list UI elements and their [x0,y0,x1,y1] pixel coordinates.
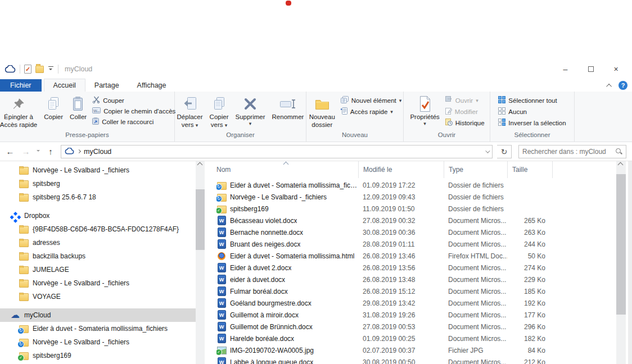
tree-item[interactable]: Dropbox [0,209,196,222]
easy-access-button[interactable]: Accès rapide ▾ [339,107,403,116]
copy-path-button[interactable]: W Copier le chemin d'accès [91,107,177,115]
file-modified: 01.09.2019 17:22 [358,181,444,189]
folder-sync-icon [19,338,29,347]
paste-shortcut-button[interactable]: Coller le raccourci [91,117,177,126]
close-icon[interactable]: × [603,61,629,78]
cut-button[interactable]: Couper [91,95,177,105]
tree-item-label: Eider à duvet - Somateria mollissima_fic… [33,325,168,333]
maximize-icon[interactable] [578,61,603,78]
tree-item[interactable]: adresses [0,236,196,249]
tab-accueil[interactable]: Accueil [44,79,85,92]
scroll-up-icon[interactable] [618,162,624,168]
paste-button[interactable]: Coller [67,93,89,121]
move-to-button[interactable]: Déplacer vers ▾ [174,93,206,129]
file-row[interactable]: Eider à duvet - Somateria mollissima_fic… [205,179,616,191]
address-bar[interactable]: myCloud [61,145,493,158]
rename-button[interactable]: Renommer [269,93,307,121]
file-row[interactable]: Harelde boréale.docx 01.09.2019 00:25 Do… [205,333,616,344]
pin-to-quick-access-button[interactable]: Épingler à Accès rapide [0,93,40,129]
collapse-ribbon-icon[interactable] [606,83,612,89]
word-document-icon [216,275,227,284]
ribbon-group-select: Sélectionner tout Aucun Inverser la séle… [490,92,575,142]
dropbox-icon [10,211,20,221]
scrollbar-thumb[interactable] [616,174,626,315]
file-row[interactable]: Bruant des neiges.docx 28.08.2019 01:11 … [205,238,616,250]
file-rows: Eider à duvet - Somateria mollissima_fic… [205,179,616,364]
tree-item[interactable]: spitsberg169 [0,349,196,362]
dropdown-arrow-icon: ▾ [476,98,478,103]
folder-icon [19,193,29,202]
column-header-size[interactable]: Taille [507,161,552,178]
tree-item[interactable]: Eider à duvet - Somateria mollissima_fic… [0,322,196,335]
sidebar-scrollbar[interactable] [196,161,205,364]
search-box[interactable] [518,145,626,158]
search-input[interactable] [522,148,615,156]
select-all-button[interactable]: Sélectionner tout [496,95,567,105]
tree-item[interactable]: VOYAGE [0,290,196,303]
folder-sync-icon [216,192,227,202]
copy-to-button[interactable]: Copier vers ▾ [207,93,232,129]
new-folder-quick-icon[interactable] [35,63,44,75]
file-modified: 12.09.2019 09:43 [358,193,444,201]
file-row[interactable]: Guillemot de Brünnich.docx 27.08.2019 00… [205,321,616,333]
select-none-button[interactable]: Aucun [496,107,567,116]
search-icon[interactable] [615,148,622,155]
invert-selection-button[interactable]: Inverser la sélection [496,118,567,128]
new-item-button[interactable]: Nouvel élément ▾ [339,95,403,105]
help-icon[interactable]: ? [619,81,628,90]
tree-item[interactable]: myCloud [0,308,196,322]
file-row[interactable]: Labbe à longue queue.docx 30.08.2019 00:… [205,356,616,364]
file-modified: 30.08.2019 00:36 [358,229,444,236]
breadcrumb-chevron-icon[interactable] [77,149,81,153]
group-label-clipboard: Presse-papiers [0,131,174,142]
invert-selection-icon [498,119,505,127]
refresh-icon[interactable]: ↻ [497,145,512,158]
tree-item[interactable]: backzilla backups [0,249,196,263]
file-row[interactable]: Bécasseau violet.docx 27.08.2019 00:32 D… [205,215,616,226]
tab-partage[interactable]: Partage [85,79,128,92]
history-button[interactable]: Historique [444,118,486,128]
file-row[interactable]: eider à duvet.docx 26.08.2019 13:48 Docu… [205,274,616,285]
breadcrumb-mycloud[interactable]: myCloud [84,148,111,156]
file-row[interactable]: IMG-20190702-WA0005.jpg 02.07.2019 00:37… [205,344,616,356]
customize-toolbar-dropdown-icon[interactable] [48,66,54,72]
tree-item[interactable]: JUMELAGE [0,263,196,276]
file-row[interactable]: Eider à duvet - Somateria mollissima.htm… [205,250,616,262]
file-row[interactable]: spitsberg169 11.09.2019 01:50 Dossier de… [205,203,616,215]
file-list-scrollbar[interactable] [616,161,626,364]
tree-item[interactable]: Norvège - Le Svalbard -_fichiers [0,163,196,177]
properties-button[interactable]: Propriétés ▾ [407,93,442,126]
file-row[interactable]: Bernache nonnette.docx 30.08.2019 00:36 … [205,226,616,238]
tree-item[interactable]: Norvège - Le Svalbard -_fichiers [0,335,196,349]
tab-affichage[interactable]: Affichage [128,79,175,92]
scroll-up-icon[interactable] [197,162,203,168]
file-name: Bruant des neiges.docx [230,240,300,248]
word-document-icon [216,310,227,320]
scrollbar-thumb[interactable] [196,189,205,250]
file-row[interactable]: Goéland bourgmestre.docx 29.08.2019 13:4… [205,297,616,309]
recent-locations-dropdown-icon[interactable] [36,149,40,154]
history-clock-icon [445,119,453,127]
column-header-modified[interactable]: Modifié le [358,161,444,178]
file-row[interactable]: Guillemot à miroir.docx 31.08.2019 19:26… [205,309,616,321]
new-folder-button[interactable]: Nouveau dossier [306,93,338,129]
properties-quick-icon[interactable] [24,63,31,75]
tree-item[interactable]: Norvège - Le Svalbard -_fichiers [0,276,196,290]
delete-button[interactable]: Supprimer ▾ [232,93,268,126]
file-row[interactable]: Norvège - Le Svalbard -_fichiers 12.09.2… [205,191,616,203]
column-header-type[interactable]: Type [444,161,507,178]
tab-fichier[interactable]: Fichier [0,79,42,92]
group-label-new: Nouveau [306,131,403,142]
svg-text:W: W [93,109,97,113]
minimize-icon[interactable]: – [553,61,578,78]
tree-item[interactable]: spitsberg [0,177,196,190]
dropdown-arrow-icon: ▾ [423,121,426,126]
tree-item[interactable]: {9BF4D58B-C6D6-467B-BC5A-FD0C1278F4AF} [0,222,196,236]
up-icon[interactable]: ↑ [45,147,56,156]
tree-item[interactable]: spitsberg 25.6-6.7 18 [0,190,196,204]
file-row[interactable]: Fulmar boréal.docx 26.08.2019 15:12 Docu… [205,285,616,297]
file-row[interactable]: Eider à duvet 2.docx 26.08.2019 13:56 Do… [205,262,616,274]
address-dropdown-icon[interactable] [485,148,490,153]
copy-button[interactable]: Copier [41,93,66,121]
back-icon[interactable]: ← [4,147,16,156]
